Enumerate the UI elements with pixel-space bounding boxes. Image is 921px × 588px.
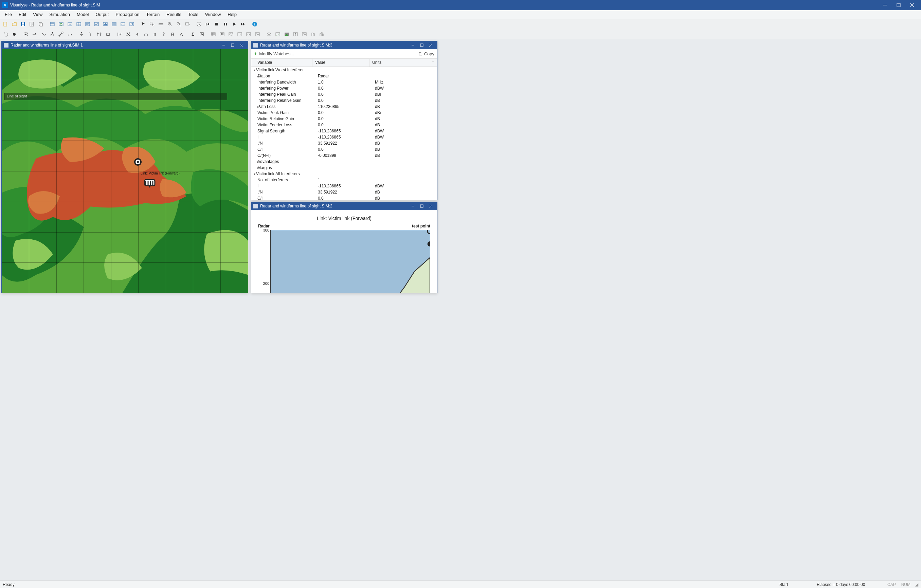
fast-forward-button[interactable] [239,20,247,28]
watch-row[interactable]: ▾Victim link.All Interferers [251,171,437,177]
window-profile-button[interactable] [101,20,109,28]
station-b-button[interactable] [142,30,150,38]
watch-row[interactable]: Victim Feeder Loss0.0dB [251,122,437,128]
minimize-button[interactable] [878,0,892,10]
expand-icon[interactable]: ▾ [251,172,256,176]
expand-icon[interactable]: ▸ [251,166,257,170]
results-contour-button[interactable] [244,30,253,38]
map-window-titlebar[interactable]: Radar and windfarms line of sight.SIM:1 [2,41,248,49]
save-as-button[interactable] [28,20,36,28]
node-button[interactable] [10,30,18,38]
chart-close-button[interactable] [426,203,435,210]
results-area-button[interactable] [227,30,235,38]
column-variable[interactable]: Variable [251,59,312,67]
menu-edit[interactable]: Edit [15,11,29,18]
station-rx-button[interactable] [86,30,94,38]
play-button[interactable] [230,20,238,28]
tree-button[interactable] [48,30,56,38]
clock-button[interactable] [195,20,203,28]
city-button[interactable] [318,30,326,38]
save-button[interactable] [19,20,27,28]
stop-button[interactable] [213,20,221,28]
chart-window-titlebar[interactable]: Radar and windfarms line of sight.SIM:2 [251,202,437,210]
watch-row[interactable]: ▸Margins [251,165,437,171]
copy-button[interactable] [37,20,45,28]
watch-row[interactable]: Interfering Bandwidth1.0MHz [251,79,437,85]
close-button[interactable] [905,0,919,10]
watch-row[interactable]: ▸StationRadar [251,73,437,79]
window-3d-button[interactable] [66,20,74,28]
measure-tool-button[interactable] [157,20,165,28]
expand-icon[interactable]: ▸ [251,74,257,78]
column-value[interactable]: Value [312,59,369,67]
building-button[interactable] [309,30,317,38]
menu-propagation[interactable]: Propagation [112,11,143,18]
watch-row[interactable]: ▾Victim link.Worst Interferer [251,67,437,73]
menu-file[interactable]: File [2,11,15,18]
terrain-mask-button[interactable] [300,30,308,38]
carrier-button[interactable] [39,30,47,38]
menu-terrain[interactable]: Terrain [143,11,163,18]
map-minimize-button[interactable] [220,42,228,49]
terrain-shaded-button[interactable] [283,30,291,38]
watch-row[interactable]: I-110.236865dBW [251,183,437,189]
window-watch-button[interactable] [128,20,136,28]
watch-window-titlebar[interactable]: Radar and windfarms line of sight.SIM:3 [251,41,437,49]
station-a-button[interactable] [133,30,141,38]
group-link-button[interactable] [116,30,124,38]
watch-maximize-button[interactable] [417,42,426,49]
terrain-profile-button[interactable] [274,30,282,38]
window-map-button[interactable] [48,20,56,28]
watch-row[interactable]: Signal Strength-110.236865dBW [251,128,437,134]
chart-minimize-button[interactable] [408,203,417,210]
window-distribution-button[interactable] [119,20,127,28]
menu-view[interactable]: View [29,11,46,18]
watch-row[interactable]: Interfering Relative Gain0.0dB [251,97,437,104]
watch-row[interactable]: ▸Advantages [251,159,437,165]
group-net-button[interactable] [124,30,132,38]
station-pair-button[interactable] [95,30,103,38]
rewind-button[interactable] [204,20,212,28]
station-tx-button[interactable] [77,30,86,38]
watch-row[interactable]: Interfering Power0.0dBW [251,85,437,91]
chart-plot[interactable]: 3002001000 m [270,230,430,293]
terrain-antenna-button[interactable] [291,30,299,38]
test-point-marker[interactable] [143,178,157,189]
window-table-button[interactable] [75,20,83,28]
chart-maximize-button[interactable] [417,203,426,210]
menu-window[interactable]: Window [202,11,224,18]
link-button[interactable] [57,30,65,38]
results-grid-button[interactable] [218,30,226,38]
antenna-button[interactable] [22,30,30,38]
watch-close-button[interactable] [426,42,435,49]
watch-row[interactable]: Interfering Peak Gain0.0dBi [251,91,437,97]
menu-simulation[interactable]: Simulation [46,11,73,18]
map-maximize-button[interactable] [228,42,237,49]
watch-row[interactable]: C/I0.0dB [251,146,437,153]
station-d-button[interactable] [159,30,168,38]
watch-row[interactable]: C/I0.0dB [251,195,437,200]
window-grid-button[interactable] [110,20,118,28]
expand-icon[interactable]: ▸ [251,160,257,164]
zoom-out-button[interactable] [174,20,183,28]
expand-icon[interactable]: ▾ [251,68,256,72]
export-button[interactable] [198,30,206,38]
sigma-button[interactable]: Σ [189,30,197,38]
watch-row[interactable]: I/N33.591922dB [251,189,437,195]
radar-marker[interactable] [134,158,142,166]
menu-output[interactable]: Output [92,11,112,18]
copy-button[interactable]: Copy [418,51,434,56]
watch-row[interactable]: Victim Peak Gain0.0dBi [251,110,437,116]
station-f-button[interactable] [177,30,186,38]
open-button[interactable] [10,20,18,28]
info-button[interactable]: i [251,20,259,28]
window-text-button[interactable] [83,20,92,28]
watch-row[interactable]: I/N33.591922dB [251,140,437,146]
zoom-area-button[interactable] [148,20,156,28]
menu-results[interactable]: Results [163,11,184,18]
variable-button[interactable]: {x} [104,30,112,38]
undo-button[interactable] [2,30,10,38]
station-c-button[interactable] [151,30,159,38]
map-close-button[interactable] [237,42,246,49]
menu-model[interactable]: Model [73,11,92,18]
